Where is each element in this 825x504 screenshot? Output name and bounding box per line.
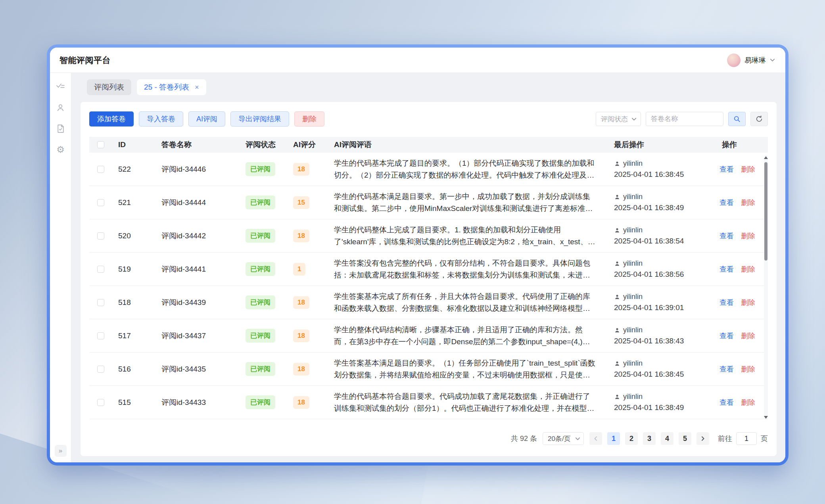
page-button-5[interactable]: 5 xyxy=(679,432,691,445)
page-button-4[interactable]: 4 xyxy=(661,432,673,445)
toolbar: 添加答卷 导入答卷 AI评阅 导出评阅结果 删除 评阅状态 xyxy=(89,111,768,126)
operation-time: 2025-04-01 16:38:49 xyxy=(614,203,708,212)
delete-button[interactable]: 删除 xyxy=(294,111,324,126)
view-link[interactable]: 查看 xyxy=(719,331,734,341)
operator-name: yilinlin xyxy=(623,293,643,301)
checklist-icon xyxy=(56,82,65,92)
search-button[interactable] xyxy=(728,112,746,126)
add-answer-button[interactable]: 添加答卷 xyxy=(89,111,134,126)
cell-name: 评阅id-34444 xyxy=(157,197,241,208)
column-header-score: AI评分 xyxy=(288,140,328,150)
view-link[interactable]: 查看 xyxy=(719,264,734,274)
operation-time: 2025-04-01 16:38:56 xyxy=(614,270,708,279)
answer-name-input[interactable] xyxy=(646,112,723,126)
delete-link[interactable]: 删除 xyxy=(741,264,755,274)
next-page-button[interactable] xyxy=(696,432,709,445)
app-header: 智能评阅平台 易琳琳 xyxy=(50,48,785,73)
table-row: 522 评阅id-34446 已评阅 18 学生的代码基本完成了题目的要求。（1… xyxy=(89,153,768,186)
view-link[interactable]: 查看 xyxy=(719,165,734,174)
cell-name: 评阅id-34446 xyxy=(157,164,241,174)
view-link[interactable]: 查看 xyxy=(719,398,734,407)
ai-review-button[interactable]: AI评阅 xyxy=(188,111,225,126)
column-header-lastop: 最后操作 xyxy=(609,140,708,150)
content-card: 添加答卷 导入答卷 AI评阅 导出评阅结果 删除 评阅状态 xyxy=(81,102,777,456)
search-icon xyxy=(733,115,741,123)
scroll-down-arrow[interactable] xyxy=(764,416,768,419)
sidebar-item-settings[interactable]: ⚙ xyxy=(53,142,69,157)
status-badge: 已评阅 xyxy=(246,329,275,343)
sidebar: ⚙ » xyxy=(50,73,71,462)
row-checkbox[interactable] xyxy=(97,166,104,173)
avatar[interactable] xyxy=(727,54,741,67)
gear-icon: ⚙ xyxy=(56,145,65,154)
delete-link[interactable]: 删除 xyxy=(741,231,755,241)
row-checkbox[interactable] xyxy=(97,232,104,240)
cell-lastop: yilinlin 2025-04-01 16:38:49 xyxy=(609,193,708,212)
cell-actions: 查看 删除 xyxy=(708,231,768,241)
view-link[interactable]: 查看 xyxy=(719,231,734,241)
page-button-1[interactable]: 1 xyxy=(607,432,620,445)
page-button-2[interactable]: 2 xyxy=(625,432,638,445)
select-placeholder: 评阅状态 xyxy=(601,115,628,124)
score-badge: 1 xyxy=(293,263,305,276)
operator-name: yilinlin xyxy=(623,159,643,168)
scroll-up-arrow[interactable] xyxy=(764,156,768,159)
delete-link[interactable]: 删除 xyxy=(741,165,755,174)
cell-comment: 学生的代码基本完成了题目的要求。（1）部分代码正确实现了数据集的加载和切分。（2… xyxy=(334,157,596,181)
user-menu[interactable]: 易琳琳 xyxy=(727,54,775,67)
page-size-select[interactable]: 20条/页 xyxy=(543,432,584,445)
delete-link[interactable]: 删除 xyxy=(741,398,755,407)
sidebar-item-review-list[interactable] xyxy=(53,79,69,94)
delete-link[interactable]: 删除 xyxy=(741,198,755,207)
cell-name: 评阅id-34442 xyxy=(157,231,241,241)
cell-comment: 学生的代码基本符合题目要求。代码成功加载了鸢尾花数据集，并正确进行了训练集和测试… xyxy=(334,391,596,414)
cell-comment: 学生的整体代码结构清晰，步骤基本正确，并且适用了正确的库和方法。然而，在第3步中… xyxy=(334,324,596,348)
cell-comment: 学生答案基本满足题目的要求。（1）任务部分正确使用了`train_test_sp… xyxy=(334,357,596,381)
sidebar-item-papers[interactable] xyxy=(53,121,69,136)
scrollbar-thumb[interactable] xyxy=(764,162,767,261)
chevron-down-icon xyxy=(575,436,580,441)
operation-time: 2025-04-01 16:38:45 xyxy=(614,170,708,179)
row-checkbox[interactable] xyxy=(97,332,104,339)
delete-link[interactable]: 删除 xyxy=(741,364,755,374)
cell-name: 评阅id-34433 xyxy=(157,397,241,408)
tab-close-icon[interactable]: × xyxy=(195,84,199,91)
score-badge: 18 xyxy=(293,230,309,242)
column-header-status: 评阅状态 xyxy=(241,140,288,150)
user-icon xyxy=(614,261,620,267)
score-badge: 15 xyxy=(293,196,309,209)
status-badge: 已评阅 xyxy=(246,262,275,276)
delete-link[interactable]: 删除 xyxy=(741,331,755,341)
cell-name: 评阅id-34439 xyxy=(157,297,241,308)
refresh-button[interactable] xyxy=(750,112,768,126)
score-badge: 18 xyxy=(293,330,309,342)
status-filter-select[interactable]: 评阅状态 xyxy=(596,112,641,126)
operator-name: yilinlin xyxy=(623,393,643,401)
row-checkbox[interactable] xyxy=(97,299,104,306)
row-checkbox[interactable] xyxy=(97,366,104,373)
cell-lastop: yilinlin 2025-04-01 16:38:43 xyxy=(609,326,708,345)
view-link[interactable]: 查看 xyxy=(719,298,734,307)
view-link[interactable]: 查看 xyxy=(719,364,734,374)
tab-answer-list[interactable]: 25 - 答卷列表 × xyxy=(137,79,206,95)
user-icon xyxy=(614,394,620,400)
table-scrollbar[interactable] xyxy=(764,155,768,420)
view-link[interactable]: 查看 xyxy=(719,198,734,207)
delete-link[interactable]: 删除 xyxy=(741,298,755,307)
operator-name: yilinlin xyxy=(623,259,643,268)
row-checkbox[interactable] xyxy=(97,399,104,406)
page-button-3[interactable]: 3 xyxy=(643,432,656,445)
row-checkbox[interactable] xyxy=(97,266,104,273)
tab-review-list[interactable]: 评阅列表 xyxy=(87,79,131,95)
sidebar-item-users[interactable] xyxy=(53,100,69,115)
prev-page-button[interactable] xyxy=(589,432,602,445)
goto-page-input[interactable] xyxy=(736,432,757,445)
cell-comment: 学生的代码整体上完成了题目要求。1. 数据集的加载和划分正确使用了'sklear… xyxy=(334,224,596,248)
select-all-checkbox[interactable] xyxy=(97,141,104,148)
score-badge: 18 xyxy=(293,363,309,376)
export-results-button[interactable]: 导出评阅结果 xyxy=(230,111,289,126)
import-answer-button[interactable]: 导入答卷 xyxy=(139,111,183,126)
row-checkbox[interactable] xyxy=(97,199,104,206)
cell-id: 515 xyxy=(112,398,157,407)
sidebar-expand-button[interactable]: » xyxy=(55,445,67,457)
